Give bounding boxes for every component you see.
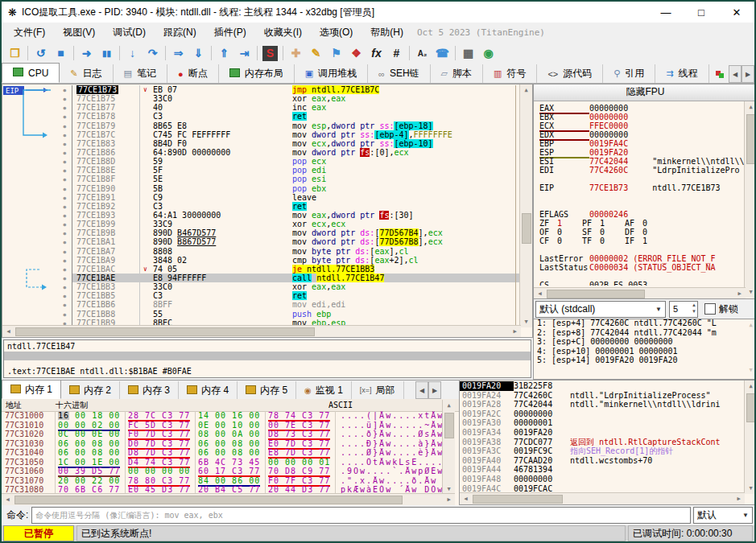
- breakpoint-dot[interactable]: ●: [63, 291, 66, 300]
- menu-item-3[interactable]: 跟踪(N): [155, 23, 205, 41]
- dump-tab-2[interactable]: 内存 2: [61, 381, 120, 399]
- disasm-row[interactable]: ●77CE1B8F5Epop esiesi: [2, 175, 521, 183]
- menu-item-1[interactable]: 视图(V): [54, 23, 104, 41]
- register-row[interactable]: ESP0019FA20: [534, 148, 745, 157]
- close-button[interactable]: ✕: [719, 2, 754, 23]
- breakpoint-dot[interactable]: ●: [63, 139, 66, 148]
- stack-row[interactable]: 0019FA3C0019FC9C指向SEH_Record[1]的指针: [460, 446, 746, 456]
- breakpoint-dot[interactable]: ●: [63, 148, 66, 157]
- dump-vscrollbar[interactable]: ▲ ▼: [442, 400, 455, 495]
- command-input[interactable]: [31, 507, 691, 524]
- register-row[interactable]: EBX00000000: [534, 113, 745, 121]
- globe-icon[interactable]: ◉: [478, 44, 498, 63]
- tab-log[interactable]: ✎日志: [60, 64, 113, 83]
- disasm-row[interactable]: ●77CE1B91C9leave: [2, 193, 521, 202]
- menu-item-6[interactable]: 选项(O): [311, 23, 361, 41]
- restart-icon[interactable]: ↺: [31, 44, 51, 63]
- label-icon[interactable]: ⚑: [326, 44, 346, 63]
- breakpoint-dot[interactable]: ●: [63, 202, 66, 211]
- tab-source[interactable]: <>源代码: [537, 64, 603, 83]
- breakpoint-dot[interactable]: ●: [63, 94, 66, 103]
- disasm-row[interactable]: ●77CE1B9933C9xor ecx,ecx: [2, 220, 521, 228]
- dump-tab-3[interactable]: 内存 3: [120, 381, 179, 399]
- breakpoint-dot[interactable]: ●: [63, 211, 66, 220]
- argument-row[interactable]: 4: [esp+10] 00000001 00000001: [534, 347, 745, 356]
- run-to-user-code-icon[interactable]: ⇥: [234, 44, 254, 63]
- disasm-row[interactable]: ●77CE1B905Bpop ebx: [2, 184, 521, 193]
- breakpoint-dot[interactable]: ●: [63, 85, 66, 94]
- disasm-row[interactable]: ●77CE1B8664:890D 00000000mov dword ptr f…: [2, 148, 521, 157]
- register-row[interactable]: LastStatusC0000034 (STATUS_OBJECT_NA: [534, 263, 745, 272]
- disasm-row[interactable]: ●77CE1BB5C3ret: [2, 291, 521, 300]
- pause-icon[interactable]: ▮▮: [97, 44, 117, 63]
- register-row[interactable]: EDI77C4260C"LdrpInitializePro: [534, 166, 745, 175]
- disasm-row[interactable]: ●77CE1BAEE8 94FFFFFFcall ntdll.77CE1B47: [2, 274, 521, 282]
- comment-icon[interactable]: ✎: [306, 44, 326, 63]
- stack-row[interactable]: 0019FA2477C4260Cntdll."LdrpInitializePro…: [460, 391, 746, 401]
- breakpoint-dot[interactable]: ●: [63, 175, 66, 183]
- dump-row[interactable]: 77C3103006 00 08 00D0 7D C3 7706 00 08 0…: [2, 439, 443, 449]
- hash-icon[interactable]: #: [386, 44, 407, 63]
- stack-row[interactable]: 0019FA2877C42044ntdll."minkernel\\ntdll\…: [460, 400, 746, 409]
- stack-row[interactable]: 0019FA340019FA20: [460, 428, 746, 438]
- tab-breakpoints[interactable]: ●断点: [167, 64, 219, 83]
- disasm-row[interactable]: ●77CE1B7533C0xor eax,eax: [2, 94, 521, 103]
- disasm-row[interactable]: ●77CE1B78C3ret: [2, 112, 521, 121]
- tab-scroll-left[interactable]: ◀: [729, 65, 742, 83]
- dump-row[interactable]: 77C310200C 00 0E 00F0 7D C3 7708 00 0A 0…: [2, 430, 443, 439]
- breakpoint-dot[interactable]: ●: [63, 220, 66, 228]
- tab-notes[interactable]: ▤笔记: [114, 64, 167, 83]
- breakpoint-dot[interactable]: ●: [63, 265, 66, 274]
- function-icon[interactable]: fx: [366, 44, 386, 63]
- breakpoint-dot[interactable]: ●: [63, 166, 66, 175]
- breakpoint-dot[interactable]: ●: [63, 112, 66, 121]
- dump-scroll-left[interactable]: ◀: [415, 381, 428, 399]
- flags-row[interactable]: ZF1PF1AF0: [534, 219, 745, 228]
- disasm-row[interactable]: ●77CE1BB333C0xor eax,eax: [2, 282, 521, 291]
- argument-row[interactable]: 1: [esp+4] 77C4260C ntdll.77C4260C "L: [534, 319, 745, 328]
- register-row[interactable]: EFLAGS00000246: [534, 210, 745, 219]
- patch-icon[interactable]: ✚: [286, 44, 306, 63]
- dump-tab-6[interactable]: ◉监视 1: [296, 381, 352, 399]
- stack-row[interactable]: 0019FA3000000001: [460, 418, 746, 428]
- registers-vscrollbar[interactable]: ▲ ▼: [744, 101, 756, 298]
- tab-memmap[interactable]: 内存布局: [219, 64, 295, 83]
- disasm-row[interactable]: ●77CE1B9364:A1 30000000mov eax,dword ptr…: [2, 211, 521, 220]
- registers-hscrollbar[interactable]: ◀ ▶: [534, 287, 746, 299]
- tab-references[interactable]: ⚲引用: [603, 64, 655, 83]
- register-row[interactable]: EBP0019FA4C: [534, 139, 745, 148]
- calculator-icon[interactable]: ▦: [458, 44, 478, 63]
- menu-item-2[interactable]: 调试(D): [104, 23, 155, 41]
- register-row[interactable]: CS002B ES 0053: [534, 281, 745, 286]
- disasm-row[interactable]: ●77CE1B73∨EB 07jmp ntdll.77CE1B7C: [2, 85, 521, 94]
- breakpoint-dot[interactable]: ●: [63, 103, 66, 112]
- breakpoint-dot[interactable]: ●: [63, 193, 66, 202]
- open-file-icon[interactable]: ❐: [5, 44, 25, 63]
- stack-row[interactable]: 0019FA4446781394: [460, 465, 746, 475]
- handles-icon[interactable]: ☎: [432, 44, 452, 63]
- breakpoint-dot[interactable]: ●: [63, 310, 66, 319]
- stack-row[interactable]: 0019FA2031B225F8: [460, 381, 746, 391]
- menu-item-4[interactable]: 插件(P): [205, 23, 255, 41]
- trace-over-icon[interactable]: ⇓: [188, 44, 209, 63]
- disasm-row[interactable]: ●77CE1B9B890D B467D577mov dword ptr ds:[…: [2, 228, 521, 237]
- calling-convention-select[interactable]: 默认 (stdcall)▼: [535, 301, 666, 318]
- menu-item-7[interactable]: 帮助(H): [361, 23, 412, 41]
- bookmark-icon[interactable]: ❖: [346, 44, 366, 63]
- dump-row[interactable]: 77C310501C 00 1E 00D4 74 C3 776B 4C 73 4…: [2, 458, 443, 467]
- tab-script[interactable]: ▱脚本: [431, 64, 483, 83]
- dump-tab-5[interactable]: 内存 5: [238, 381, 296, 399]
- flags-row[interactable]: CF0TF0IF1: [534, 237, 745, 245]
- argument-row[interactable]: 5: [esp+14] 0019FA20 0019FA20: [534, 356, 745, 365]
- breakpoint-dot[interactable]: ●: [63, 130, 66, 139]
- register-row[interactable]: EIP77CE1B73ntdll.77CE1B73: [534, 183, 745, 192]
- graph-icon[interactable]: [716, 71, 724, 78]
- maximize-button[interactable]: □: [684, 2, 719, 23]
- step-out-icon[interactable]: ⇑: [214, 44, 234, 63]
- breakpoint-dot[interactable]: ●: [63, 247, 66, 256]
- step-into-icon[interactable]: ↓: [122, 44, 143, 63]
- disasm-row[interactable]: ●77CE1B8D59pop ecx: [2, 157, 521, 166]
- tab-seh[interactable]: ∞SEH链: [368, 64, 431, 83]
- hide-fpu-button[interactable]: 隐藏FPU: [534, 84, 756, 101]
- dump-tab-4[interactable]: 内存 4: [179, 381, 238, 399]
